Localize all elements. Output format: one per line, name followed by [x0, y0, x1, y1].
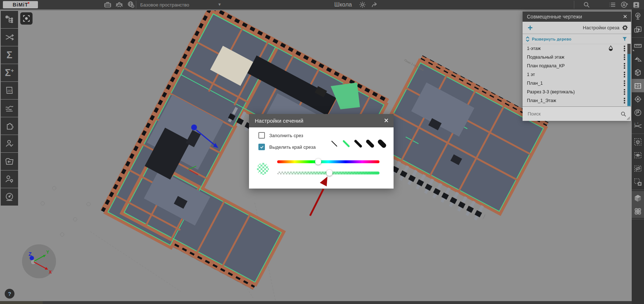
row-menu-icon[interactable] — [624, 54, 625, 60]
search-icon[interactable] — [620, 111, 627, 117]
focus-view-icon[interactable] — [20, 12, 33, 25]
drawing-row[interactable]: 1-этаж — [523, 44, 631, 53]
combined-drawings-panel: Совмещенные чертежи ✕ + Настройки среза … — [523, 12, 631, 121]
drawing-label: 1 эт — [527, 72, 631, 77]
show-eye-icon[interactable] — [632, 148, 644, 162]
dialog-header[interactable]: Настройки сечений ✕ — [249, 114, 394, 127]
expand-tree-button[interactable]: Развернуть дерево — [532, 37, 622, 41]
sum-add-icon[interactable]: Σ+ — [1, 64, 18, 81]
resize-handle[interactable] — [627, 117, 630, 120]
selection-cube-icon[interactable] — [632, 135, 644, 148]
panel-toolbar: + Настройки среза — [523, 22, 631, 34]
svg-text:2D: 2D — [8, 89, 12, 93]
line-weight-option-1[interactable] — [328, 138, 340, 149]
solid-cube-icon[interactable] — [632, 191, 644, 204]
plugin-puzzle-icon[interactable] — [1, 117, 18, 135]
drawing-row[interactable]: План подвала_КР — [523, 62, 631, 70]
line-weight-option-3[interactable] — [352, 138, 364, 149]
settings-gear-icon[interactable] — [359, 1, 367, 9]
add-drawing-button[interactable]: + — [528, 24, 533, 32]
panel-scrollbar[interactable] — [627, 44, 631, 106]
globe-clock-icon[interactable] — [126, 1, 135, 9]
briefcase-icon[interactable] — [103, 1, 112, 9]
row-menu-icon[interactable] — [624, 80, 625, 86]
toolbar-separator — [632, 37, 644, 38]
line-weight-option-2-selected[interactable] — [340, 138, 352, 149]
scrollbar-thumb[interactable] — [627, 54, 631, 106]
row-menu-icon[interactable] — [624, 89, 625, 95]
copy-selection-icon[interactable] — [632, 23, 644, 36]
panel-header[interactable]: Совмещенные чертежи ✕ — [523, 12, 631, 22]
slice-settings-gear-icon[interactable] — [622, 25, 628, 31]
hide-eye-icon[interactable] — [632, 162, 644, 175]
notifications-icon[interactable] — [620, 1, 629, 9]
filter-funnel-icon[interactable] — [622, 36, 627, 42]
share-icon[interactable] — [371, 1, 379, 9]
flip-section-icon[interactable] — [632, 52, 644, 66]
sum-icon[interactable]: Σ — [1, 46, 18, 64]
shuffle-icon[interactable] — [1, 29, 18, 46]
floor-plan-icon[interactable] — [632, 79, 644, 92]
2d-view-icon[interactable]: 2D — [1, 82, 18, 99]
line-weight-option-5[interactable] — [376, 138, 388, 149]
row-menu-icon[interactable] — [624, 98, 625, 104]
opacity-slider-thumb[interactable] — [326, 170, 332, 176]
drawing-label: План_1_Этаж — [527, 98, 631, 103]
close-icon[interactable]: ✕ — [623, 13, 627, 20]
close-icon[interactable]: ✕ — [384, 117, 389, 124]
workspace-selector[interactable]: Базовое пространство — [140, 2, 189, 8]
fill-slice-checkbox[interactable] — [258, 132, 265, 139]
svg-text:1: 1 — [634, 122, 636, 124]
bimit-logo-text: BiMiT — [13, 2, 28, 8]
team-icon[interactable] — [115, 1, 124, 9]
drawing-label: Разрез 3-3 (вертикаль) — [527, 89, 631, 94]
highlight-edge-checkbox[interactable] — [258, 144, 265, 150]
drawing-row[interactable]: 1 эт — [523, 70, 631, 79]
clear-selection-icon[interactable] — [632, 175, 644, 189]
orbit-icon[interactable] — [632, 204, 644, 218]
search-icon[interactable] — [583, 1, 591, 9]
row-menu-icon[interactable] — [624, 63, 625, 69]
section-settings-dialog: Настройки сечений ✕ Заполнить срез Выдел… — [249, 114, 394, 189]
flag-icon[interactable] — [632, 106, 644, 119]
expand-collapse-icon[interactable] — [525, 36, 530, 42]
row-menu-icon[interactable] — [624, 46, 625, 51]
user-check-icon[interactable] — [1, 135, 18, 152]
gauge-icon[interactable] — [1, 188, 18, 206]
dialog-title: Настройки сечений — [255, 118, 384, 124]
structure-tree-icon[interactable] — [1, 11, 18, 28]
drawing-label: Подвальный этаж — [527, 55, 631, 60]
ruler-icon[interactable] — [632, 39, 644, 52]
help-button[interactable]: ? — [5, 289, 14, 299]
bimit-logo[interactable]: BiMiT — [3, 1, 38, 8]
chevron-down-icon[interactable]: ▼ — [218, 2, 222, 7]
hue-slider[interactable] — [277, 160, 379, 163]
drawing-label: План подвала_КР — [527, 63, 631, 68]
chart-icon[interactable] — [1, 100, 18, 117]
account-avatar-icon[interactable] — [632, 1, 641, 9]
user-location-icon[interactable] — [1, 170, 18, 188]
drawing-row[interactable]: План_1_Этаж — [523, 96, 631, 105]
search-input[interactable] — [523, 111, 620, 117]
menu-list-icon[interactable] — [609, 1, 617, 9]
axis-x-label: X — [49, 270, 52, 275]
numbered-axes-icon[interactable]: 1 2 — [632, 119, 644, 132]
slice-settings-label: Настройки среза — [583, 25, 619, 30]
tree-icon[interactable] — [632, 9, 644, 23]
topbar-separator — [136, 1, 136, 9]
drawing-row[interactable]: Разрез 3-3 (вертикаль) — [523, 88, 631, 96]
target-icon[interactable] — [632, 92, 644, 106]
navigation-sphere[interactable]: Z Y X — [22, 244, 56, 278]
toolbar-separator — [632, 134, 644, 134]
drawing-row[interactable]: Подвальный этаж — [523, 53, 631, 62]
hue-slider-thumb[interactable] — [315, 159, 321, 165]
opacity-slider[interactable] — [277, 172, 379, 174]
drawing-row[interactable]: План_1 — [523, 79, 631, 88]
tree-controls-row: Развернуть дерево — [523, 34, 631, 44]
droplet-icon[interactable] — [608, 45, 614, 52]
row-menu-icon[interactable] — [624, 72, 625, 77]
folder-import-icon[interactable] — [1, 153, 18, 170]
line-weight-option-4[interactable] — [364, 138, 376, 149]
selected-color-preview — [257, 163, 269, 175]
section-box-icon[interactable] — [632, 66, 644, 79]
